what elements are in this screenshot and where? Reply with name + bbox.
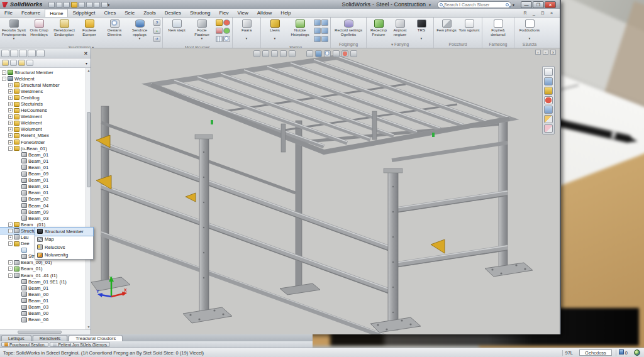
ribbon-button[interactable]: Onis Criop Hemblays <box>26 18 52 45</box>
ribbon-button[interactable]: New stept <box>164 18 189 45</box>
viewport-toolbar-icon[interactable] <box>315 50 322 57</box>
ribbon-mini-icon[interactable] <box>321 19 328 26</box>
ribbon-button[interactable]: Feotubs Systt Fewimpments <box>1 18 26 45</box>
model-canvas[interactable] <box>91 48 560 334</box>
document-tab[interactable]: Rendivefs <box>33 335 67 341</box>
tree-item[interactable]: Stectuinds <box>0 101 86 107</box>
tree-expander[interactable] <box>8 235 13 239</box>
tree-item[interactable]: Beam_00 <box>0 310 86 317</box>
tree-item[interactable]: Beam_01 9E1 (I1) <box>0 278 86 285</box>
panel-filter-icon[interactable] <box>18 60 25 66</box>
menu-item[interactable]: Seie <box>120 9 139 17</box>
tree-item[interactable]: Wolument <box>0 126 86 133</box>
quick-access-icon[interactable] <box>71 2 77 8</box>
tree-item[interactable]: FoneGtrder <box>0 139 86 145</box>
viewport-window-button[interactable]: ▫ <box>535 50 541 55</box>
viewport-window-button[interactable]: ▫ <box>543 50 548 55</box>
viewport-tool-icon[interactable] <box>544 115 553 123</box>
menu-item[interactable]: Help <box>276 9 295 17</box>
viewport-toolbar-icon[interactable] <box>297 50 304 57</box>
tree-item[interactable]: Beam_01 -61 (I1) <box>0 272 86 278</box>
scroll-down-icon[interactable]: ▼ <box>86 324 91 329</box>
viewport-toolbar-icon[interactable] <box>262 50 269 57</box>
tree-item[interactable]: Beam_04 <box>0 202 86 209</box>
viewport-toolbar-icon[interactable] <box>271 50 278 57</box>
ribbon-button[interactable]: Rececinp Fecture <box>368 18 389 41</box>
tree-item[interactable]: Structural Member <box>0 82 86 88</box>
close-button[interactable]: × <box>545 1 556 8</box>
context-menu-item[interactable]: Noluwenitg <box>35 251 93 260</box>
tree-horizontal-scrollbar[interactable] <box>0 329 91 334</box>
ribbon-mini-icon[interactable] <box>314 19 321 26</box>
tree-item[interactable]: Weldnent <box>0 75 86 82</box>
ribbon-mini-icon[interactable] <box>223 28 230 34</box>
tree-expander[interactable] <box>8 222 13 227</box>
tree-item[interactable]: Beam_00)_01) <box>0 260 86 266</box>
tree-item[interactable]: Beam_01 <box>0 151 86 158</box>
quick-access-dropdown-icon[interactable]: ▾ <box>108 3 109 7</box>
tree-expander[interactable] <box>8 89 13 94</box>
menu-item[interactable]: Zools <box>139 9 160 17</box>
ribbon-button[interactable]: Rectold settings Ogelletts <box>332 18 365 41</box>
quick-access-icon[interactable] <box>101 2 108 8</box>
panel-filter-icon[interactable] <box>26 60 33 66</box>
tree-vertical-scrollbar[interactable]: ▲ ▼ <box>86 68 91 329</box>
viewport-toolbar-icon[interactable] <box>253 50 260 57</box>
task-button[interactable]: Pouctsooul Sestion. <box>1 342 48 347</box>
menu-item[interactable]: File <box>0 9 17 17</box>
viewport-toolbar-icon[interactable] <box>280 50 287 57</box>
viewport-toolbar-icon[interactable] <box>333 50 340 57</box>
tree-expander[interactable] <box>2 77 6 81</box>
panel-filter-dropdown-icon[interactable]: ▾ <box>86 61 87 65</box>
ribbon-mini-icon[interactable] <box>223 19 230 26</box>
viewport-toolbar-icon[interactable] <box>289 50 296 57</box>
doc-minimize-icon[interactable]: _ <box>531 11 537 16</box>
quick-access-icon[interactable] <box>86 2 92 8</box>
ribbon-button[interactable]: Foolese Ecmper <box>77 18 102 45</box>
tree-item[interactable]: Beam_01 <box>0 190 86 196</box>
viewport-toolbar-icon[interactable] <box>306 50 313 57</box>
ribbon-mini-icon[interactable] <box>314 28 321 34</box>
context-menu-item[interactable]: Structural Member <box>35 228 93 236</box>
tree-item[interactable]: (o-Bean_01) <box>0 145 86 151</box>
viewport-tool-icon[interactable] <box>544 68 553 76</box>
search-dropdown-icon[interactable]: ▾ <box>513 3 514 7</box>
ribbon-mini-icon[interactable] <box>321 36 328 42</box>
task-button[interactable]: Pettent Jon StJeis Glerrors <box>50 342 110 347</box>
panel-tab-icon[interactable] <box>36 50 45 57</box>
title-dropdown-icon[interactable]: ▾ <box>429 3 431 7</box>
tree-item[interactable]: Beam_09 <box>0 171 86 177</box>
ribbon-button[interactable]: Toin sgolunt <box>458 18 480 41</box>
tree-expander[interactable] <box>8 273 13 278</box>
menu-item[interactable]: Alldow <box>253 9 277 17</box>
tree-expander[interactable] <box>8 114 13 119</box>
tree-expander[interactable] <box>8 133 13 138</box>
panel-tab-icon[interactable] <box>10 50 18 57</box>
tree-expander[interactable] <box>2 70 6 75</box>
scroll-up-icon[interactable]: ▲ <box>86 68 91 73</box>
ribbon-button[interactable]: Focle Ftaaince <box>189 18 214 45</box>
viewport-tool-icon[interactable] <box>544 87 553 95</box>
menu-item[interactable]: Strudong <box>186 9 214 17</box>
ribbon-button[interactable]: Llews <box>262 18 287 45</box>
viewport-tool-icon[interactable] <box>544 77 553 85</box>
document-tab[interactable]: Letiiqus <box>1 335 31 341</box>
viewport-tool-icon[interactable] <box>544 96 553 104</box>
quick-access-icon[interactable] <box>64 2 70 8</box>
ribbon-mini-icon[interactable] <box>216 28 223 34</box>
ribbon-button[interactable]: Few phings <box>435 18 458 41</box>
context-menu-item[interactable]: Map <box>35 236 93 244</box>
tree-expander[interactable] <box>8 127 13 131</box>
tree-item[interactable]: Beam_01 <box>0 285 86 291</box>
tree-expander[interactable] <box>8 140 13 145</box>
tree-item[interactable]: Beam_01 <box>0 158 86 164</box>
panel-filter-icon[interactable] <box>10 60 17 66</box>
tree-item[interactable]: Structural Member <box>0 69 86 75</box>
menu-item[interactable]: Fiev <box>214 9 233 17</box>
tree-expander[interactable] <box>8 266 13 271</box>
scrollbar-thumb[interactable] <box>18 331 62 334</box>
ribbon-button[interactable]: TRS <box>411 18 432 41</box>
search-input[interactable] <box>443 2 506 8</box>
tree-expander[interactable] <box>8 229 13 233</box>
tree-item[interactable]: Beam_01) <box>0 266 86 272</box>
